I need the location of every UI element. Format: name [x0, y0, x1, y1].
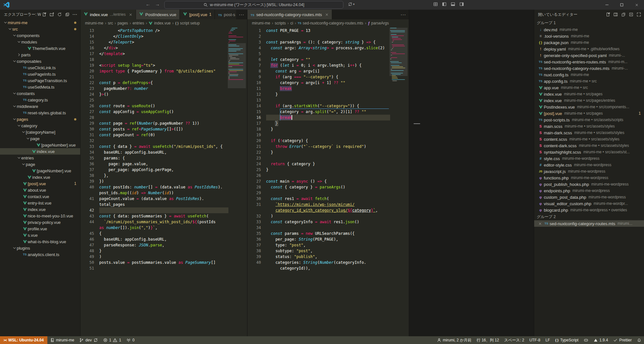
breadcrumb-item[interactable]: entries — [132, 21, 144, 25]
line-number[interactable]: 31 — [247, 202, 261, 207]
line-number[interactable]: 36 — [81, 161, 94, 167]
code-line-21[interactable]: throw Error("`--category` is required") — [266, 144, 390, 149]
open-editor-item-main-dark-scss[interactable]: Smain-dark.scssmirumi-me • src/assets/st… — [534, 129, 644, 136]
line-number[interactable]: 27 — [247, 178, 261, 184]
tree-item-about-vue[interactable]: about.vue — [0, 187, 80, 193]
line-number[interactable]: 30 — [247, 196, 261, 202]
close-window-button[interactable] — [629, 0, 644, 10]
refresh-icon[interactable] — [56, 11, 63, 18]
open-editor-item-package-json[interactable]: { }package.jsonmirumi-me — [534, 39, 644, 46]
navigate-back-icon[interactable]: ← — [146, 1, 150, 7]
code-line-wrap[interactable]: as number[]).join(",")}`, — [99, 225, 228, 231]
line-number[interactable]: 16 — [247, 115, 261, 120]
tab-post-s[interactable]: TSpost-s — [215, 10, 236, 19]
status-prettier[interactable]: Prettier — [610, 336, 634, 344]
line-number[interactable]: 24 — [81, 91, 94, 97]
open-editor-item-syntaxhighlight-scss[interactable]: Ssyntaxhighlight.scssmirumi-me • src/ass… — [534, 149, 644, 155]
breadcrumb-item[interactable]: mirumi-me — [252, 21, 270, 25]
line-number[interactable]: 12 — [247, 91, 261, 97]
open-editor-item-blogcard-php[interactable]: φblogcard.phpmirumi-me-wordpress • overr… — [534, 207, 644, 213]
open-editor-item-content-scss[interactable]: Scontent.scssmirumi-me • src/assets/styl… — [534, 136, 644, 142]
code-line-44[interactable]: `/mirumi/post_summaries_with_post_ids/${… — [99, 219, 228, 225]
status-copilot[interactable] — [581, 336, 591, 344]
tab--post-vue[interactable]: [post].vue1 — [180, 10, 215, 19]
tree-item-constants[interactable]: constants — [0, 90, 80, 97]
line-number[interactable]: 39 — [81, 178, 94, 184]
code-line-48[interactable]: } — [99, 248, 228, 254]
editor-actions-more-icon[interactable]: ··· — [236, 10, 247, 19]
line-number[interactable]: 26 — [81, 103, 94, 109]
code-line-33[interactable]: const { data } = await useFetch("/mirumi… — [99, 144, 228, 149]
minimap[interactable] — [390, 28, 406, 336]
open-editor-item-sed-nuxtconfig-category-routes-mts[interactable]: TSsed-nuxtconfig-category-routes.mtsmiru… — [534, 65, 644, 72]
status-language-mode[interactable]: { }TypeScript — [553, 336, 581, 344]
line-number[interactable]: 22 — [247, 149, 261, 155]
code-line-10[interactable]: category = argv[i + 1] ?? "" — [266, 80, 390, 86]
tree-item-mirumi-me[interactable]: mirumi-me — [0, 19, 80, 26]
code-line-12[interactable]: } — [266, 91, 390, 97]
line-number[interactable]: 51 — [81, 265, 94, 271]
open-editor-item-sed-nuxtconfig-entries-routes-mts[interactable]: TSsed-nuxtconfig-entries-routes.mtsmirum… — [534, 59, 644, 65]
line-number[interactable]: 21 — [81, 74, 94, 80]
line-number[interactable]: 23 — [81, 86, 94, 91]
tree-item-modules[interactable]: modules — [0, 39, 80, 45]
status-cursor-position[interactable]: 行 16、列 12 — [474, 336, 502, 344]
line-number[interactable]: 23 — [247, 155, 261, 161]
line-number[interactable]: 36 — [247, 236, 261, 242]
line-number[interactable]: 8 — [247, 68, 261, 74]
code-line-13[interactable] — [266, 97, 390, 103]
code-line-37[interactable]: per_page: appConfig.perPage, — [99, 167, 228, 173]
breadcrumb-item[interactable]: TSsed-nuxtconfig-category-routes.mts — [298, 21, 363, 25]
sash-handle[interactable] — [414, 123, 420, 124]
open-editor-item-index-vue[interactable]: index.vuemirumi-me • src/pages/entries — [534, 97, 644, 104]
line-number[interactable]: 19 — [247, 132, 261, 138]
code-line-wrap[interactable]: post_ids.map((id) => Number(id)) — [99, 190, 228, 196]
tree-item-privacy-policy-vue[interactable]: privacy-policy.vue — [0, 219, 80, 225]
line-number[interactable]: 34 — [81, 149, 94, 155]
status-git-branch[interactable]: dev — [77, 336, 100, 344]
tree-item-plugins[interactable]: plugins — [0, 245, 80, 251]
code-line-16[interactable]: </div> — [99, 45, 228, 51]
breadcrumb-item[interactable]: src — [108, 21, 113, 25]
minimap[interactable] — [228, 28, 245, 336]
status-ports[interactable]: 0 — [124, 336, 137, 344]
tab-index-vue[interactable]: index.vue.../entries — [81, 10, 136, 19]
line-number[interactable]: 44 — [81, 219, 94, 225]
status-indentation[interactable]: スペース: 2 — [502, 336, 527, 344]
code-line-7[interactable]: for (let i = 0; i < argv.length; i++) { — [266, 62, 390, 68]
status-eol[interactable]: LF — [543, 336, 553, 344]
tree-item-pages[interactable]: pages — [0, 116, 80, 122]
line-number[interactable]: 28 — [81, 115, 94, 120]
code-line-25[interactable]: } — [266, 167, 390, 173]
open-editor-item-functions-php[interactable]: φfunctions.phpmirumi-me-wordpress — [534, 175, 644, 181]
breadcrumb-item[interactable]: scripts — [275, 21, 286, 25]
line-number[interactable]: 14 — [81, 33, 94, 39]
tree-item-entries[interactable]: entries — [0, 155, 80, 161]
code-line-40[interactable]: const postIds: number[] = (data.value as… — [99, 184, 228, 190]
code-line-9[interactable]: if (arg === "--category") { — [266, 74, 390, 80]
tree-item-usepageinfo-ts[interactable]: TSusePageInfo.ts — [0, 71, 80, 77]
line-number[interactable]: 40 — [247, 260, 261, 265]
line-number[interactable]: 22 — [81, 80, 94, 86]
open-editor-item-style-css[interactable]: #style.cssmirumi-me-wordpress — [534, 155, 644, 162]
tree-item-page[interactable]: page — [0, 135, 80, 142]
status-git-blame[interactable]: mirumi, 2 か月前 — [434, 336, 474, 344]
tab-postindexes-vue[interactable]: PostIndexes.vue — [136, 10, 180, 19]
line-number[interactable]: 25 — [247, 167, 261, 173]
code-line-2[interactable] — [266, 33, 390, 39]
open-editor-item--tool-versions[interactable]: ≡.tool-versionsmirumi-me — [534, 33, 644, 39]
code-line-29[interactable] — [266, 190, 390, 196]
tree-item-page[interactable]: page — [0, 161, 80, 167]
line-number[interactable]: 50 — [81, 260, 94, 265]
code-line-38[interactable]: }, — [99, 173, 228, 178]
code-line-6[interactable]: let category = "" — [266, 57, 390, 62]
code-line-34[interactable]: baseURL: appConfig.baseURL, — [99, 149, 228, 155]
code-line-3[interactable]: const parseArgs = (): { category: string… — [266, 39, 390, 45]
sync-status[interactable]: ▾ — [348, 2, 355, 6]
line-number[interactable]: 3 — [247, 39, 261, 45]
code-line-16[interactable]: break — [266, 115, 390, 120]
code-line-32[interactable] — [99, 138, 228, 144]
code-line-38[interactable]: subtype: "post", — [266, 248, 390, 254]
code-line-26[interactable] — [266, 173, 390, 178]
line-number[interactable]: 46 — [81, 236, 94, 242]
